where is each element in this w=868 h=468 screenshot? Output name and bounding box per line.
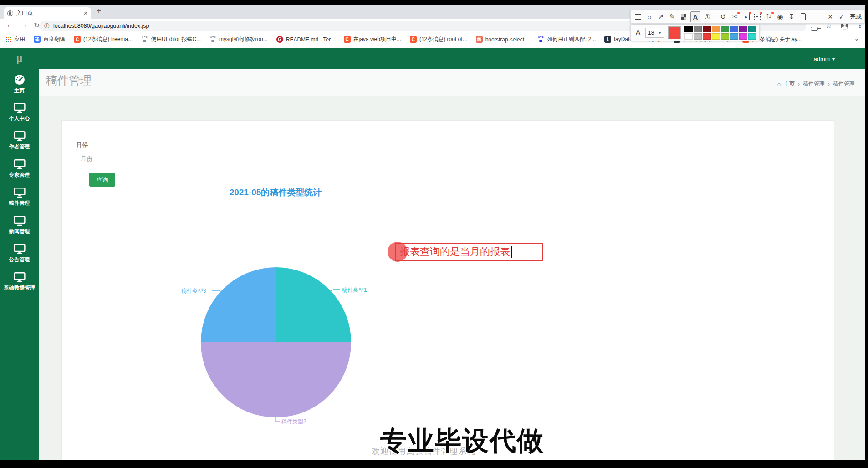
sidebar-item-personal-center[interactable]: 个人中心 xyxy=(0,98,39,126)
arrow-tool-icon[interactable]: ↗ xyxy=(656,12,665,22)
csdn-icon: C xyxy=(410,36,417,43)
tab-close-icon[interactable]: × xyxy=(84,10,87,16)
palette-color[interactable] xyxy=(703,26,711,32)
breadcrumb-level-1[interactable]: 稿件管理 xyxy=(803,80,825,88)
cancel-icon[interactable]: × xyxy=(826,12,835,22)
csdn-icon: C xyxy=(74,36,81,43)
palette-color[interactable] xyxy=(712,33,720,40)
browser-tab[interactable]: 入口页 × xyxy=(4,7,91,19)
bookmark-item[interactable]: 简 bootstrap-select... xyxy=(476,36,529,43)
bookmark-item[interactable]: 使用UEditor 报错C... xyxy=(141,36,201,43)
monitor-icon xyxy=(14,244,26,254)
palette-color[interactable] xyxy=(684,26,693,32)
bookmarks-overflow-chevron[interactable]: » xyxy=(855,36,858,43)
palette-color[interactable] xyxy=(703,33,711,40)
card-header xyxy=(62,121,834,138)
palette-color[interactable] xyxy=(721,26,729,32)
translate-ocr-icon[interactable]: A xyxy=(741,12,751,22)
tab-title: 入口页 xyxy=(16,10,84,17)
palette-color[interactable] xyxy=(730,26,738,32)
done-check-icon[interactable]: ✓ xyxy=(837,12,846,22)
selected-color-swatch[interactable] xyxy=(668,26,681,39)
site-info-icon[interactable]: ⓘ xyxy=(44,22,50,30)
scissors-icon[interactable]: ✂ xyxy=(730,12,739,22)
sidebar-item-announcement-management[interactable]: 公告管理 xyxy=(0,239,39,267)
monitor-icon xyxy=(14,102,26,113)
bookmark-item[interactable]: C 在java web项目中... xyxy=(344,36,401,43)
text-cursor xyxy=(511,246,512,258)
pen-tool-icon[interactable]: ✎ xyxy=(668,12,677,22)
baidu-translate-icon: 译 xyxy=(34,36,41,43)
breadcrumb: ⌂ 主页 › 稿件管理 › 稿件管理 xyxy=(777,80,855,88)
toolbar-divider xyxy=(822,13,822,21)
sidebar-item-home[interactable]: 主页 xyxy=(0,70,39,97)
breadcrumb-home[interactable]: 主页 xyxy=(784,80,795,88)
toolbar-divider xyxy=(715,13,715,21)
sidebar-item-expert-management[interactable]: 专家管理 xyxy=(0,155,39,182)
sidebar-item-author-management[interactable]: 作者管理 xyxy=(0,127,39,154)
step-number-tool-icon[interactable]: ① xyxy=(703,12,712,22)
sidebar-item-manuscript-management[interactable]: 稿件管理 xyxy=(0,183,39,210)
chevron-down-icon: ▾ xyxy=(832,56,835,61)
ellipse-tool-icon[interactable]: ○ xyxy=(645,12,654,22)
monitor-icon xyxy=(14,159,26,170)
bookmark-apps[interactable]: 应用 xyxy=(5,36,25,43)
palette-color[interactable] xyxy=(748,33,756,40)
monitor-icon xyxy=(14,272,26,283)
chevron-down-icon: ▼ xyxy=(658,31,662,35)
user-menu[interactable]: admin ▾ xyxy=(814,48,835,69)
csdn-icon: C xyxy=(344,36,351,43)
bookmark-item[interactable]: 译 百度翻译 xyxy=(34,36,65,43)
undo-icon[interactable]: ↺ xyxy=(719,12,728,22)
layui-icon: L xyxy=(604,36,611,43)
back-icon[interactable]: ← xyxy=(6,21,14,29)
app-logo: μ xyxy=(0,48,39,69)
month-input[interactable] xyxy=(76,151,119,166)
app-top-navbar: μ admin ▾ xyxy=(0,48,865,69)
rectangle-tool-icon[interactable] xyxy=(633,12,643,22)
monitor-icon xyxy=(14,187,26,198)
mobile-device-icon[interactable] xyxy=(798,12,807,22)
annotation-text-box[interactable]: 报表查询的是当月的报表 xyxy=(395,243,543,261)
palette-color[interactable] xyxy=(712,26,720,32)
url-text[interactable]: localhost:8080/gaojiaoguanli/index.jsp xyxy=(53,23,149,29)
screen: 入口页 × + ← → ↻ ⓘ localhost:8080/gaojiaogu… xyxy=(0,0,868,468)
month-label: 月份 xyxy=(76,142,88,150)
bookmark-item[interactable]: G README.md · Ter... xyxy=(276,36,335,43)
palette-color[interactable] xyxy=(748,26,756,32)
monitor-icon xyxy=(14,131,26,142)
query-button[interactable]: 查询 xyxy=(89,173,115,187)
bookmark-item[interactable]: mysql如何修改roo... xyxy=(209,36,268,43)
bookmark-item[interactable]: C (12条消息) root of... xyxy=(410,36,467,43)
font-size-select[interactable]: 18 ▼ xyxy=(645,28,664,38)
new-tab-button[interactable]: + xyxy=(97,6,101,15)
forward-icon[interactable]: → xyxy=(20,21,27,29)
pin-icon[interactable]: ⚐ xyxy=(764,12,773,22)
palette-color[interactable] xyxy=(730,33,738,40)
mosaic-tool-icon[interactable] xyxy=(679,12,688,22)
palette-color[interactable] xyxy=(694,33,702,40)
record-icon[interactable]: ◉ xyxy=(776,12,785,22)
palette-color[interactable] xyxy=(721,33,729,40)
text-tool-icon[interactable]: A xyxy=(690,11,700,22)
sidebar: 主页 个人中心 作者管理 专家管理 稿件管理 xyxy=(0,69,39,460)
palette-color[interactable] xyxy=(739,33,747,40)
region-capture-icon[interactable] xyxy=(753,12,762,22)
key-icon[interactable] xyxy=(811,24,818,32)
bookmark-item[interactable]: C (12条消息) freema... xyxy=(74,36,133,43)
home-icon: ⌂ xyxy=(777,81,781,87)
palette-color[interactable] xyxy=(694,26,702,32)
paw-icon xyxy=(141,36,148,43)
annotator-text-options: A 18 ▼ xyxy=(630,25,760,41)
done-button[interactable]: 完成 xyxy=(850,13,862,21)
palette-color[interactable] xyxy=(739,26,747,32)
sidebar-item-base-data-management[interactable]: 基础数据管理 xyxy=(0,268,39,295)
save-bookmark-icon[interactable] xyxy=(810,12,819,22)
monitor-icon xyxy=(14,215,26,226)
download-icon[interactable]: ↧ xyxy=(787,12,796,22)
palette-color[interactable] xyxy=(684,33,693,40)
sidebar-item-news-management[interactable]: 新闻管理 xyxy=(0,211,39,239)
annotation-text: 报表查询的是当月的报表 xyxy=(400,245,510,259)
baidu-paw-icon xyxy=(537,36,544,43)
bookmark-item[interactable]: 如何用正则匹配: 2... xyxy=(537,36,596,43)
